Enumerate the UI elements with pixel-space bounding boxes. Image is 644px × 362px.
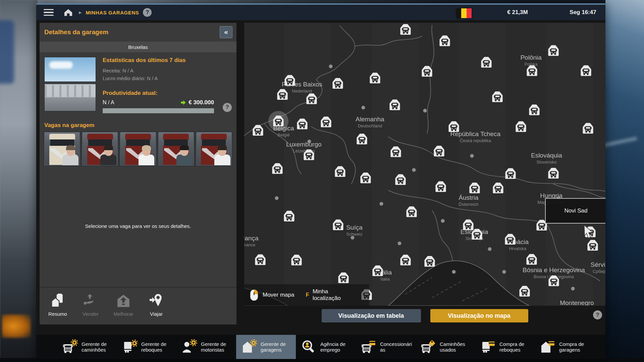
player-money[interactable]: € 21,3M	[491, 5, 544, 20]
breadcrumb-help-button[interactable]: ?	[143, 8, 152, 17]
legend-location-label: Minha localização	[313, 288, 357, 301]
garage-map-icon[interactable]	[305, 92, 319, 106]
garage-map-icon[interactable]	[368, 71, 382, 85]
nav-item-job-agency[interactable]: Agência de emprego	[296, 335, 356, 359]
flag-stripe	[456, 8, 461, 18]
garage-map-icon[interactable]	[283, 73, 297, 87]
garage-slot[interactable]	[158, 132, 194, 166]
home-icon[interactable]	[64, 8, 73, 17]
viajar-button[interactable]: Viajar	[142, 294, 171, 317]
garage-map-icon[interactable]	[336, 271, 351, 285]
garage-slot[interactable]	[120, 132, 156, 166]
city-dot	[307, 140, 311, 143]
garage-map-icon[interactable]	[546, 166, 560, 180]
garage-map-icon[interactable]	[503, 167, 518, 181]
sell-icon	[83, 294, 98, 309]
map-country-label: FrançaFrance	[244, 235, 258, 247]
garage-map-icon[interactable]	[438, 34, 452, 48]
garage-map-icon[interactable]	[479, 55, 493, 69]
screen-help-button[interactable]: ?	[593, 310, 602, 319]
map-view-button[interactable]: Visualização no mapa	[430, 309, 528, 322]
nav-item-trailer-manager[interactable]: Gerente de reboques	[117, 335, 176, 359]
garage-map-icon[interactable]	[253, 253, 267, 267]
nav-item-used-trucks[interactable]: Caminhões usados	[415, 335, 475, 359]
breadcrumb-chevron-icon: ▶	[79, 10, 82, 15]
melhorar-button: Melhorar	[109, 294, 138, 317]
garage-map-icon[interactable]	[490, 90, 504, 104]
trailer-manager-icon	[122, 339, 138, 355]
garage-map-icon[interactable]	[388, 98, 402, 112]
garage-slot[interactable]	[44, 132, 80, 166]
truck-manager-icon	[62, 339, 78, 355]
garage-map-icon[interactable]	[468, 181, 482, 195]
garage-map-icon[interactable]	[586, 238, 600, 252]
garage-map-icon[interactable]	[331, 218, 345, 232]
garage-map-icon[interactable]	[389, 145, 403, 159]
productivity-bar	[103, 108, 214, 113]
tooltip-city: Novi Sad	[565, 207, 588, 214]
productivity-help-button[interactable]: ?	[223, 103, 232, 112]
garage-slot[interactable]	[196, 132, 232, 166]
garage-map-icon[interactable]	[491, 181, 505, 195]
garage-map-icon[interactable]	[319, 115, 333, 129]
background-logo-blur	[0, 20, 14, 84]
nav-item-dealer[interactable]: Concessionárias	[356, 335, 415, 359]
menu-icon[interactable]	[44, 9, 54, 16]
garage-name: Bruxelas	[40, 42, 236, 52]
garage-map-icon[interactable]	[302, 148, 316, 162]
garage-map-icon[interactable]	[393, 173, 408, 187]
garage-map-icon[interactable]	[514, 120, 528, 134]
garage-map-icon[interactable]	[423, 254, 437, 268]
nav-item-garage-manager[interactable]: Gerente de garagens	[236, 335, 296, 359]
garage-map-icon[interactable]	[251, 123, 265, 137]
flag-stripe	[461, 8, 466, 18]
garage-map-icon[interactable]	[525, 252, 539, 266]
garage-map-icon[interactable]	[405, 205, 419, 219]
city-dot	[571, 287, 575, 291]
garage-map-icon[interactable]	[527, 103, 541, 117]
garage-map-icon[interactable]	[371, 264, 385, 278]
city-dot	[488, 247, 492, 251]
garage-map-icon[interactable]	[434, 180, 448, 194]
garage-map-icon[interactable]	[289, 253, 304, 267]
garage-map-icon[interactable]	[420, 64, 434, 78]
city-dot	[380, 202, 383, 206]
garage-map-icon-selected[interactable]	[271, 114, 285, 128]
garage-map-icon[interactable]	[398, 23, 413, 37]
garage-map-icon[interactable]	[333, 165, 347, 179]
nav-item-buy-trailers[interactable]: Compra de reboques	[475, 335, 535, 359]
nav-item-driver-manager[interactable]: Gerente de motoristas	[176, 335, 236, 359]
view-switch-row: Visualização em tabela Visualização no m…	[244, 309, 605, 322]
garage-map-icon[interactable]	[275, 87, 289, 102]
nav-item-truck-manager[interactable]: Gerente de caminhões	[57, 335, 117, 359]
productivity-label: Produtividade atual:	[103, 90, 214, 97]
garage-map-icon[interactable]	[282, 209, 296, 223]
resumo-button[interactable]: Resumo	[43, 294, 72, 317]
nav-item-buy-garages[interactable]: Compra de garagens	[535, 335, 594, 359]
garage-map-icon[interactable]	[503, 232, 517, 246]
garage-map-icon[interactable]	[525, 64, 539, 78]
garage-map-icon[interactable]	[579, 64, 593, 78]
garage-slot[interactable]	[82, 132, 118, 166]
garage-map-icon[interactable]	[547, 274, 561, 288]
table-view-button[interactable]: Visualização em tabela	[322, 309, 421, 322]
garage-map-icon[interactable]	[359, 171, 373, 185]
europe-map[interactable]: PolôniaPolska Países BaixosNederland Ale…	[244, 23, 605, 306]
garage-map-icon[interactable]	[295, 117, 309, 131]
upgrade-arrow-icon	[180, 100, 186, 105]
map-country-label: SérviaСрбија	[591, 261, 605, 274]
city-dot	[423, 109, 427, 112]
garage-map-icon[interactable]	[546, 44, 560, 58]
garage-map-icon[interactable]	[331, 76, 345, 90]
garage-map-icon[interactable]	[447, 120, 461, 134]
garage-map-icon[interactable]	[398, 253, 413, 267]
garage-map-icon[interactable]	[518, 284, 532, 298]
garage-details-panel: Detalhes da garagem « Bruxelas Estatísti…	[40, 23, 236, 324]
garage-map-icon[interactable]	[355, 132, 369, 146]
garage-map-icon[interactable]	[470, 227, 484, 241]
collapse-panel-button[interactable]: «	[220, 26, 232, 38]
job-agency-icon	[301, 339, 317, 355]
garage-map-icon[interactable]	[432, 144, 446, 158]
garage-map-icon[interactable]	[270, 162, 284, 176]
garage-map-icon[interactable]	[581, 121, 595, 135]
